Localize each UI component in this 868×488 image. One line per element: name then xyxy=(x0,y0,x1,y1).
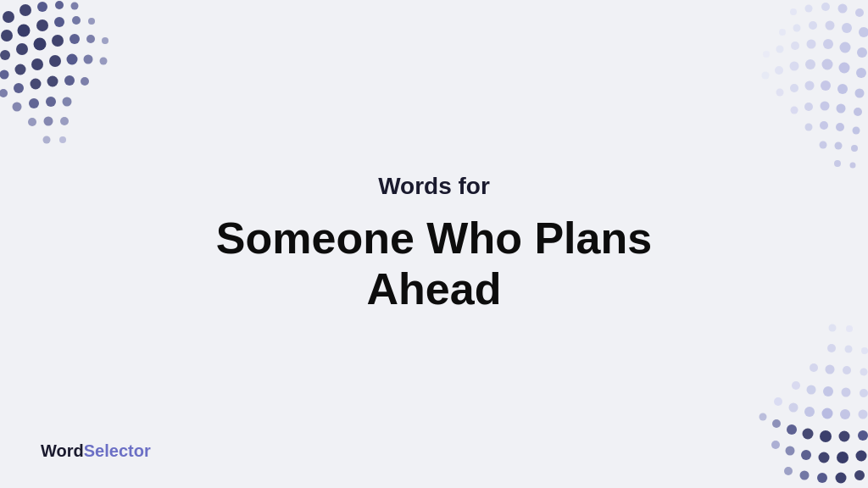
svg-point-83 xyxy=(850,163,856,169)
svg-point-99 xyxy=(803,429,814,440)
svg-point-39 xyxy=(59,136,66,143)
svg-point-3 xyxy=(55,1,64,9)
svg-point-4 xyxy=(71,3,79,10)
svg-point-37 xyxy=(60,117,69,125)
svg-point-51 xyxy=(857,47,867,58)
svg-point-59 xyxy=(839,63,850,74)
svg-point-101 xyxy=(772,419,781,428)
svg-point-30 xyxy=(81,77,89,86)
svg-point-32 xyxy=(29,98,39,108)
svg-point-66 xyxy=(837,84,848,94)
svg-point-81 xyxy=(835,142,843,150)
svg-point-36 xyxy=(44,117,53,126)
svg-point-103 xyxy=(859,410,868,419)
svg-point-93 xyxy=(801,450,811,460)
svg-point-33 xyxy=(46,97,56,107)
svg-point-109 xyxy=(860,389,868,397)
svg-point-116 xyxy=(826,365,835,374)
svg-point-54 xyxy=(807,40,816,49)
subtitle-text: Words for xyxy=(216,173,652,200)
svg-point-46 xyxy=(842,23,852,33)
svg-point-12 xyxy=(16,43,28,55)
svg-point-68 xyxy=(805,81,815,91)
svg-point-98 xyxy=(820,430,832,442)
svg-point-55 xyxy=(791,42,799,50)
svg-point-72 xyxy=(837,104,846,114)
svg-point-62 xyxy=(790,62,799,71)
svg-point-1 xyxy=(19,4,31,16)
svg-point-11 xyxy=(0,50,10,60)
svg-point-64 xyxy=(762,72,770,80)
svg-point-13 xyxy=(34,38,47,51)
page-container: Words for Someone Who Plans Ahead WordSe… xyxy=(0,0,868,488)
svg-point-15 xyxy=(70,34,80,44)
svg-point-52 xyxy=(840,42,851,53)
logo: WordSelector xyxy=(41,441,151,461)
svg-point-74 xyxy=(804,103,813,111)
svg-point-75 xyxy=(791,107,798,114)
svg-point-111 xyxy=(823,386,833,396)
svg-point-49 xyxy=(793,25,801,32)
svg-point-90 xyxy=(856,451,867,462)
dots-bottom-right-decoration xyxy=(698,319,868,488)
svg-point-35 xyxy=(28,118,36,126)
svg-point-118 xyxy=(861,347,868,354)
svg-point-67 xyxy=(821,80,831,91)
svg-point-57 xyxy=(763,51,770,58)
svg-point-114 xyxy=(860,369,868,376)
svg-point-26 xyxy=(14,83,24,93)
svg-point-17 xyxy=(102,37,108,44)
svg-point-70 xyxy=(776,89,784,97)
svg-point-73 xyxy=(821,102,830,111)
svg-point-94 xyxy=(786,446,795,456)
logo-selector-part: Selector xyxy=(84,441,151,460)
svg-point-24 xyxy=(100,58,108,65)
svg-point-92 xyxy=(819,452,830,463)
svg-point-18 xyxy=(0,70,9,80)
svg-point-88 xyxy=(800,471,810,480)
svg-point-34 xyxy=(63,97,72,107)
svg-point-60 xyxy=(822,59,833,70)
logo-word-part: Word xyxy=(41,441,84,460)
main-title-line2: Ahead xyxy=(367,264,502,313)
svg-point-69 xyxy=(790,84,798,92)
svg-point-76 xyxy=(853,127,860,135)
svg-point-47 xyxy=(826,21,835,30)
svg-point-87 xyxy=(817,473,827,483)
svg-point-82 xyxy=(820,141,827,149)
svg-point-78 xyxy=(820,121,828,130)
svg-point-110 xyxy=(842,388,851,397)
svg-point-0 xyxy=(3,11,14,23)
svg-point-71 xyxy=(854,108,862,116)
svg-point-9 xyxy=(72,16,81,25)
svg-point-119 xyxy=(845,346,853,353)
svg-point-115 xyxy=(843,366,851,374)
svg-point-95 xyxy=(771,441,780,449)
svg-point-108 xyxy=(774,397,782,406)
svg-point-50 xyxy=(779,29,786,36)
svg-point-104 xyxy=(840,409,850,419)
svg-point-42 xyxy=(821,3,830,11)
svg-point-8 xyxy=(54,17,64,27)
svg-point-43 xyxy=(805,5,813,13)
svg-point-19 xyxy=(15,64,26,75)
svg-point-84 xyxy=(834,160,841,167)
svg-point-20 xyxy=(31,58,43,70)
svg-point-85 xyxy=(854,470,865,480)
svg-point-65 xyxy=(855,89,865,98)
svg-point-31 xyxy=(13,103,22,112)
svg-point-120 xyxy=(827,344,836,352)
svg-point-2 xyxy=(37,2,47,12)
svg-point-122 xyxy=(829,324,837,332)
svg-point-10 xyxy=(88,18,95,25)
svg-point-41 xyxy=(838,4,848,14)
main-title-line1: Someone Who Plans xyxy=(216,214,652,263)
svg-point-38 xyxy=(43,136,51,144)
svg-point-44 xyxy=(790,8,797,15)
svg-point-48 xyxy=(809,21,817,30)
svg-point-23 xyxy=(84,55,93,64)
svg-point-102 xyxy=(760,413,767,421)
svg-point-112 xyxy=(807,385,816,395)
svg-point-16 xyxy=(86,35,95,43)
dots-top-left-decoration xyxy=(0,0,153,169)
